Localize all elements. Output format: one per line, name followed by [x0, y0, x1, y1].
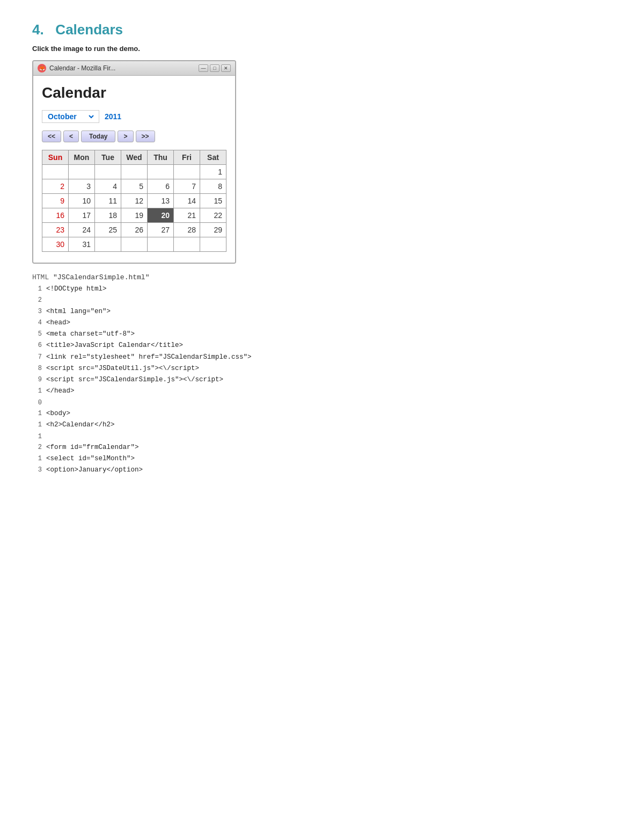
calendar-day	[42, 165, 69, 179]
filename: "JSCalendarSimple.html"	[53, 273, 149, 281]
line-number: 2	[32, 442, 42, 453]
line-text: </head>	[46, 386, 612, 397]
calendar-day[interactable]: 23	[42, 223, 69, 237]
line-text: <html lang="en">	[46, 306, 612, 317]
calendar-day[interactable]: 1	[200, 165, 226, 179]
browser-controls: — □ ✕	[199, 64, 231, 72]
next-button[interactable]: >	[118, 130, 133, 142]
calendar-day[interactable]: 8	[200, 179, 226, 194]
calendar-day[interactable]: 17	[69, 208, 95, 223]
calendar-day	[148, 165, 174, 179]
calendar-day	[174, 237, 200, 252]
calendar-day[interactable]: 14	[174, 194, 200, 208]
calendar-day[interactable]: 4	[95, 179, 121, 194]
minimize-button[interactable]: —	[199, 64, 208, 72]
code-line: 1 <h2>Calendar</h2>	[32, 419, 612, 431]
browser-window[interactable]: 🦊 Calendar - Mozilla Fir... — □ ✕ Calend…	[32, 60, 236, 264]
line-number: 1	[32, 453, 42, 464]
header-mon: Mon	[69, 150, 95, 165]
prev-button[interactable]: <	[63, 130, 79, 142]
today-button[interactable]: Today	[81, 130, 115, 142]
calendar-day	[200, 237, 226, 252]
calendar-week-1: 2345678	[42, 179, 226, 194]
calendar-day[interactable]: 28	[174, 223, 200, 237]
calendar-day[interactable]: 30	[42, 237, 69, 252]
line-number: 6	[32, 340, 42, 351]
section-number: 4.	[32, 21, 44, 38]
calendar-day[interactable]: 29	[200, 223, 226, 237]
calendar-day[interactable]: 5	[121, 179, 148, 194]
calendar-day[interactable]: 27	[148, 223, 174, 237]
code-line: 1<!DOCtype html>	[32, 284, 612, 295]
line-number: 2	[32, 295, 42, 306]
header-sun: Sun	[42, 150, 69, 165]
calendar-day[interactable]: 16	[42, 208, 69, 223]
calendar-day[interactable]: 22	[200, 208, 226, 223]
line-number: 1	[32, 284, 42, 294]
calendar-day[interactable]: 6	[148, 179, 174, 194]
calendar-day[interactable]: 25	[95, 223, 121, 237]
line-number: 8	[32, 363, 42, 374]
maximize-button[interactable]: □	[210, 64, 219, 72]
line-text: <script src="JSDateUtil.js"><\/script>	[46, 363, 612, 374]
browser-titlebar: 🦊 Calendar - Mozilla Fir... — □ ✕	[33, 61, 235, 76]
calendar-day	[121, 165, 148, 179]
calendar-week-2: 9101112131415	[42, 194, 226, 208]
calendar-day[interactable]: 20	[148, 208, 174, 223]
calendar-day[interactable]: 13	[148, 194, 174, 208]
demo-instruction: Click the image to run the demo.	[32, 45, 612, 53]
month-dropdown[interactable]: October January February March April May…	[46, 112, 96, 121]
calendar-table: Sun Mon Tue Wed Thu Fri Sat 123456789101…	[42, 150, 226, 252]
calendar-day	[121, 237, 148, 252]
calendar-day[interactable]: 24	[69, 223, 95, 237]
line-number: 1	[32, 431, 42, 442]
calendar-day[interactable]: 7	[174, 179, 200, 194]
line-number: 1	[32, 408, 42, 419]
header-wed: Wed	[121, 150, 148, 165]
calendar-day[interactable]: 3	[69, 179, 95, 194]
line-number: 5	[32, 329, 42, 339]
calendar-controls: October January February March April May…	[42, 110, 226, 123]
html-label: HTML	[32, 273, 53, 281]
browser-title: Calendar - Mozilla Fir...	[49, 64, 195, 72]
calendar-day[interactable]: 15	[200, 194, 226, 208]
code-line: 1</head>	[32, 386, 612, 397]
calendar-day	[69, 165, 95, 179]
code-line: 9 <script src="JSCalendarSimple.js"><\/s…	[32, 374, 612, 386]
code-line: 2	[32, 295, 612, 306]
code-line: 8 <script src="JSDateUtil.js"><\/script>	[32, 363, 612, 374]
calendar-day[interactable]: 26	[121, 223, 148, 237]
calendar-day[interactable]: 12	[121, 194, 148, 208]
code-line: 2 <form id="frmCalendar">	[32, 442, 612, 453]
header-thu: Thu	[148, 150, 174, 165]
calendar-day[interactable]: 2	[42, 179, 69, 194]
code-line: 4<head>	[32, 317, 612, 329]
code-line: 3<html lang="en">	[32, 306, 612, 317]
prev-prev-button[interactable]: <<	[42, 130, 61, 142]
next-next-button[interactable]: >>	[136, 130, 155, 142]
code-section: HTML "JSCalendarSimple.html" 1<!DOCtype …	[32, 273, 612, 476]
calendar-week-3: 16171819202122	[42, 208, 226, 223]
calendar-day[interactable]: 18	[95, 208, 121, 223]
calendar-week-5: 3031	[42, 237, 226, 252]
code-line: 1<body>	[32, 408, 612, 419]
calendar-day[interactable]: 31	[69, 237, 95, 252]
calendar-day[interactable]: 10	[69, 194, 95, 208]
calendar-day[interactable]: 9	[42, 194, 69, 208]
line-text: <script src="JSCalendarSimple.js"><\/scr…	[46, 374, 612, 386]
line-number: 7	[32, 352, 42, 362]
close-button[interactable]: ✕	[221, 64, 231, 72]
month-selector[interactable]: October January February March April May…	[42, 110, 99, 123]
code-filename: HTML "JSCalendarSimple.html"	[32, 273, 612, 281]
line-text: <link rel="stylesheet" href="JSCalendarS…	[46, 352, 612, 363]
calendar-day[interactable]: 21	[174, 208, 200, 223]
line-number: 1	[32, 386, 42, 396]
calendar-day[interactable]: 11	[95, 194, 121, 208]
section-heading: 4. Calendars	[32, 21, 612, 38]
calendar-day[interactable]: 19	[121, 208, 148, 223]
browser-favicon-icon: 🦊	[38, 64, 46, 72]
calendar-day	[174, 165, 200, 179]
calendar-title: Calendar	[42, 84, 226, 101]
line-text: <head>	[46, 317, 612, 329]
line-text: <meta charset="utf-8">	[46, 329, 612, 340]
